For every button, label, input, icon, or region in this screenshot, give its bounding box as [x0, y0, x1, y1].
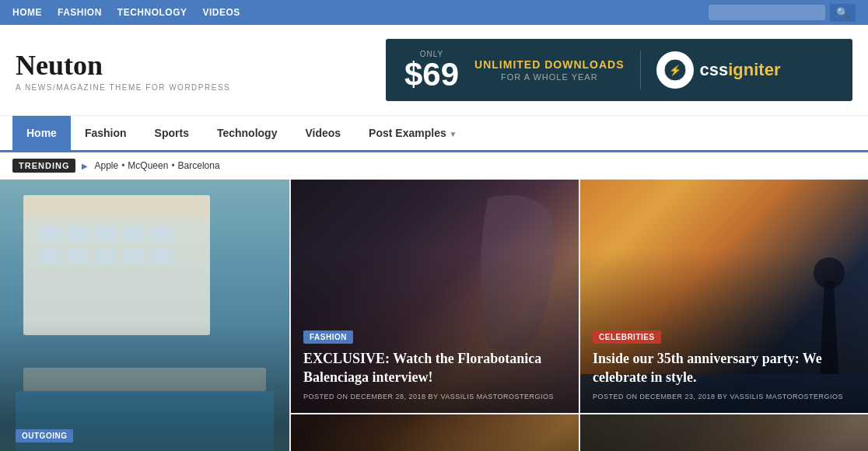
- nav-fashion[interactable]: FASHION: [58, 7, 102, 18]
- celeb-article-card[interactable]: CELEBRITIES Inside our 35th anniversary …: [579, 180, 868, 413]
- nav-item-sports[interactable]: Sports: [141, 116, 203, 150]
- vancouver-article-card[interactable]: NEWS Inside Vancouver's first Topshop: T…: [289, 413, 579, 451]
- main-article-card[interactable]: OUTGOING Big Neuton research: The 10 bes…: [0, 180, 289, 451]
- vancouver-gradient: [291, 414, 579, 451]
- nav-item-home[interactable]: Home: [12, 116, 71, 150]
- vancouver-bg: [291, 414, 579, 451]
- main-nav: Home Fashion Sports Technology Videos Po…: [0, 116, 868, 152]
- ad-price-area: ONLY $69: [404, 50, 459, 91]
- cssigniter-icon: ⚡: [656, 51, 694, 89]
- top-search-area: 🔍: [709, 4, 856, 22]
- top-nav-bar: HOME FASHION TECHNOLOGY VIDEOS 🔍: [0, 0, 868, 25]
- ad-brand-logo: ⚡ cssigniter: [656, 51, 781, 89]
- site-logo: Neuton: [16, 49, 230, 82]
- google-article-card[interactable]: TECHNOLOGY Working at Google New York (N…: [579, 413, 868, 451]
- ad-banner[interactable]: ONLY $69 UNLIMITED DOWNLOADS FOR A WHOLE…: [386, 39, 852, 101]
- celeb-article-title: Inside our 35th anniversary party: We ce…: [593, 350, 856, 386]
- nav-videos[interactable]: VIDEOS: [203, 7, 240, 18]
- ad-unlimited-text: UNLIMITED DOWNLOADS: [474, 58, 624, 71]
- ad-year-text: FOR A WHOLE YEAR: [474, 72, 624, 82]
- search-input[interactable]: [709, 5, 825, 20]
- nav-item-post-examples[interactable]: Post Examples ▼: [355, 116, 471, 150]
- dropdown-arrow-icon: ▼: [450, 130, 457, 138]
- trending-separator-1: •: [118, 160, 128, 171]
- celeb-article-category: CELEBRITIES: [593, 330, 661, 344]
- logo-area: Neuton A NEWS/MAGAZINE THEME FOR WORDPRE…: [16, 49, 230, 92]
- cssigniter-brand-name: cssigniter: [700, 60, 781, 80]
- trending-link-mcqueen[interactable]: McQueen: [128, 160, 168, 171]
- fashion-article-meta: POSTED ON DECEMBER 28, 2018 BY VASSILIS …: [303, 393, 566, 400]
- nav-item-technology[interactable]: Technology: [203, 116, 292, 150]
- celeb-article-content: CELEBRITIES Inside our 35th anniversary …: [580, 316, 868, 413]
- fashion-article-content: FASHION EXCLUSIVE: Watch the Florabotani…: [291, 316, 579, 413]
- search-button[interactable]: 🔍: [830, 4, 856, 22]
- nav-item-fashion[interactable]: Fashion: [71, 116, 141, 150]
- brand-highlight: igniter: [728, 60, 780, 79]
- google-gradient: [580, 414, 868, 451]
- fashion-article-card[interactable]: FASHION EXCLUSIVE: Watch the Florabotani…: [289, 180, 579, 413]
- site-header: Neuton A NEWS/MAGAZINE THEME FOR WORDPRE…: [0, 25, 868, 116]
- nav-item-videos[interactable]: Videos: [291, 116, 355, 150]
- vancouver-article-content: NEWS Inside Vancouver's first Topshop: T…: [291, 447, 579, 451]
- trending-link-barcelona[interactable]: Barcelona: [178, 160, 220, 171]
- hotel-windows: [39, 226, 173, 264]
- trending-separator-2: •: [168, 160, 177, 171]
- main-article-content: OUTGOING Big Neuton research: The 10 bes…: [0, 412, 289, 451]
- trending-bar: TRENDING ▶ Apple • McQueen • Barcelona: [0, 152, 868, 180]
- trending-arrow-icon: ▶: [82, 162, 88, 170]
- nav-technology[interactable]: TECHNOLOGY: [117, 7, 187, 18]
- ad-divider: [640, 51, 641, 89]
- fashion-article-category: FASHION: [303, 330, 353, 344]
- trending-badge: TRENDING: [12, 159, 75, 173]
- top-nav-links: HOME FASHION TECHNOLOGY VIDEOS: [12, 7, 240, 18]
- hotel-roof: [23, 195, 210, 219]
- fashion-article-title: EXCLUSIVE: Watch the Florabotanica Balen…: [303, 350, 566, 386]
- site-tagline: A NEWS/MAGAZINE THEME FOR WORDPRESS: [16, 83, 230, 92]
- content-grid: OUTGOING Big Neuton research: The 10 bes…: [0, 180, 868, 451]
- main-article-category: OUTGOING: [16, 429, 73, 442]
- trending-links: Apple • McQueen • Barcelona: [94, 160, 219, 171]
- google-bg: [580, 414, 868, 451]
- trending-link-apple[interactable]: Apple: [94, 160, 118, 171]
- main-article-bg: [0, 180, 289, 451]
- svg-text:⚡: ⚡: [669, 64, 682, 77]
- ad-price: $69: [404, 58, 459, 91]
- celeb-article-meta: POSTED ON DECEMBER 23, 2018 BY VASSILIS …: [593, 393, 856, 400]
- nav-home[interactable]: HOME: [12, 7, 42, 18]
- ad-description: UNLIMITED DOWNLOADS FOR A WHOLE YEAR: [474, 58, 624, 82]
